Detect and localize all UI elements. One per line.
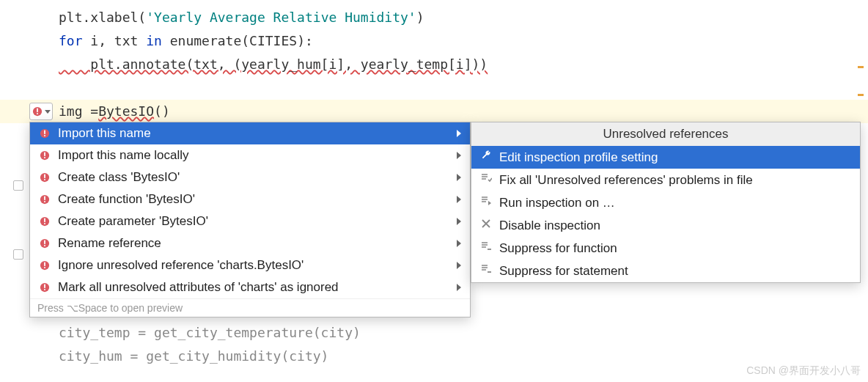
- wrench-icon: [480, 150, 492, 165]
- submenu-item-run-inspection[interactable]: Run inspection on …: [471, 191, 860, 214]
- submenu-arrow-icon: [457, 130, 461, 137]
- submenu-item-edit-profile[interactable]: Edit inspection profile setting: [471, 146, 860, 169]
- code-line-behind: city_hum = get_city_humidity(city): [0, 345, 361, 368]
- intention-item-create-function[interactable]: Create function 'BytesIO': [30, 188, 470, 210]
- suppress-icon: [480, 240, 492, 256]
- svg-rect-1: [37, 109, 38, 112]
- submenu-item-suppress-function[interactable]: Suppress for function: [471, 237, 860, 260]
- gutter-fold-marker[interactable]: [13, 249, 23, 260]
- svg-rect-20: [44, 245, 45, 246]
- submenu-arrow-icon: [457, 196, 461, 203]
- intention-item-label: Ignore unresolved reference 'charts.Byte…: [58, 258, 304, 273]
- submenu-arrow-icon: [457, 262, 461, 269]
- popup-footer-hint: Press ⌥Space to open preview: [30, 298, 470, 317]
- svg-rect-26: [44, 289, 45, 290]
- intention-item-label: Mark all unresolved attributes of 'chart…: [58, 280, 339, 295]
- disable-icon: [480, 218, 492, 233]
- intention-item-create-parameter[interactable]: Create parameter 'BytesIO': [30, 210, 470, 232]
- chevron-down-icon: [45, 110, 51, 114]
- submenu-arrow-icon: [457, 218, 461, 225]
- svg-rect-8: [44, 157, 45, 158]
- svg-rect-14: [44, 201, 45, 202]
- intention-item-import-locally[interactable]: Import this name locally: [30, 144, 470, 166]
- svg-rect-10: [44, 175, 45, 178]
- error-bulb-icon: [39, 216, 51, 227]
- submenu-item-label: Run inspection on …: [499, 196, 615, 210]
- svg-rect-4: [44, 131, 45, 134]
- intention-item-label: Import this name: [58, 126, 151, 141]
- error-bulb-icon: [39, 172, 51, 183]
- svg-rect-2: [37, 113, 38, 114]
- highlighted-code-line[interactable]: img = BytesIO(): [0, 100, 868, 123]
- error-bulb-icon: [39, 260, 51, 271]
- svg-rect-13: [44, 196, 45, 200]
- intention-item-import-this-name[interactable]: Import this name: [30, 122, 470, 144]
- code-line: plt.annotate(txt, (yearly_hum[i], yearly…: [59, 53, 868, 76]
- submenu-arrow-icon: [457, 174, 461, 181]
- svg-rect-7: [44, 153, 45, 156]
- error-bulb-icon: [39, 194, 51, 205]
- suppress-icon: [480, 263, 492, 279]
- submenu-item-label: Edit inspection profile setting: [499, 150, 658, 165]
- submenu-item-fix-all[interactable]: Fix all 'Unresolved references' problems…: [471, 169, 860, 191]
- svg-rect-11: [44, 179, 45, 180]
- svg-rect-25: [44, 284, 45, 288]
- intention-item-label: Create function 'BytesIO': [58, 192, 195, 207]
- fix-all-icon: [480, 172, 492, 188]
- code-line-behind: city_temp = get_city_temperature(city): [0, 321, 361, 345]
- run-inspection-icon: [480, 195, 492, 210]
- submenu-item-label: Disable inspection: [499, 218, 600, 233]
- submenu-item-label: Suppress for statement: [499, 264, 628, 279]
- submenu-item-suppress-statement[interactable]: Suppress for statement: [471, 260, 860, 282]
- intention-item-label: Create parameter 'BytesIO': [58, 214, 208, 229]
- code-editor[interactable]: plt.xlabel('Yearly Average Relative Humi…: [0, 0, 868, 123]
- svg-rect-19: [44, 240, 45, 244]
- scrollbar-error-markers[interactable]: [858, 66, 864, 122]
- submenu-arrow-icon: [457, 284, 461, 291]
- submenu-arrow-icon: [457, 240, 461, 247]
- error-bulb-icon: [39, 150, 51, 161]
- intention-item-label: Rename reference: [58, 236, 161, 251]
- intention-item-create-class[interactable]: Create class 'BytesIO': [30, 166, 470, 188]
- submenu-item-disable[interactable]: Disable inspection: [471, 214, 860, 237]
- error-bulb-icon: [32, 106, 43, 117]
- code-line: for i, txt in enumerate(CITIES):: [59, 29, 868, 53]
- intention-item-label: Create class 'BytesIO': [58, 170, 180, 185]
- submenu-item-label: Suppress for function: [499, 241, 617, 256]
- svg-rect-5: [44, 135, 45, 136]
- submenu-item-label: Fix all 'Unresolved references' problems…: [499, 173, 753, 188]
- intention-item-mark-ignored[interactable]: Mark all unresolved attributes of 'chart…: [30, 276, 470, 298]
- inspection-submenu-popup[interactable]: Unresolved references Edit inspection pr…: [471, 122, 861, 283]
- intention-bulb-button[interactable]: [29, 103, 53, 120]
- svg-rect-22: [44, 262, 45, 266]
- gutter-fold-marker[interactable]: [13, 180, 23, 191]
- error-bulb-icon: [39, 282, 51, 293]
- watermark-text: CSDN @界面开发小八哥: [746, 364, 861, 378]
- svg-rect-17: [44, 223, 45, 224]
- submenu-arrow-icon: [457, 152, 461, 159]
- svg-rect-23: [44, 267, 45, 268]
- intention-item-ignore-reference[interactable]: Ignore unresolved reference 'charts.Byte…: [30, 254, 470, 276]
- intention-item-label: Import this name locally: [58, 148, 189, 163]
- submenu-header: Unresolved references: [471, 122, 860, 146]
- intention-item-rename-reference[interactable]: Rename reference: [30, 232, 470, 254]
- svg-rect-16: [44, 218, 45, 222]
- code-line: plt.xlabel('Yearly Average Relative Humi…: [59, 6, 868, 29]
- intention-actions-popup[interactable]: Import this name Import this name locall…: [29, 122, 471, 317]
- error-bulb-icon: [39, 128, 51, 139]
- error-bulb-icon: [39, 238, 51, 249]
